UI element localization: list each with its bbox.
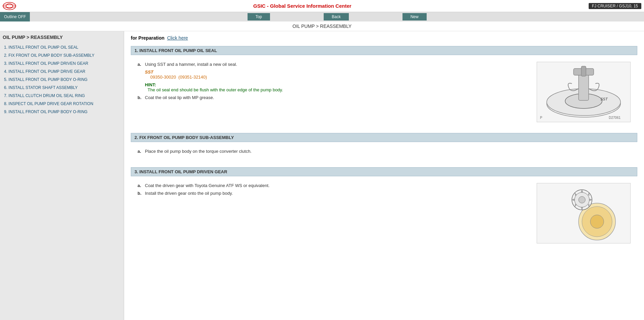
section-2-header: 2. FIX FRONT OIL PUMP BODY SUB-ASSEMBLY (131, 133, 637, 142)
new-button[interactable]: New (402, 13, 427, 20)
svg-point-17 (579, 196, 585, 203)
section-3-step-a: a. Coat the driven gear with Toyota Genu… (138, 183, 530, 188)
sidebar-item-4[interactable]: 4. INSTALL FRONT OIL PUMP DRIVE GEAR (3, 67, 121, 76)
sidebar-item-1[interactable]: 1. INSTALL FRONT OIL PUMP OIL SEAL (3, 43, 121, 51)
hint-text: The oil seal end should be flush with th… (148, 87, 530, 92)
svg-rect-8 (581, 66, 586, 76)
step-a-label: a. (138, 62, 142, 67)
step-3b-label: b. (138, 191, 142, 196)
section-1-step-b: b. Coat the oil seal lip with MP grease. (138, 95, 530, 100)
svg-text:SST: SST (600, 97, 608, 101)
step-b-label: b. (138, 95, 142, 100)
svg-text:P: P (540, 116, 542, 120)
vehicle-info: FJ CRUISER / GSJ10, 15 (589, 3, 641, 9)
step-3a-text: Coat the driven gear with Toyota Genuine… (145, 183, 530, 188)
app-title: GSIC - Global Service Information Center (16, 3, 589, 9)
svg-point-2 (3, 5, 16, 7)
preparation-label: for Preparation (131, 35, 164, 41)
section-3-steps: a. Coat the driven gear with Toyota Genu… (138, 183, 530, 198)
section-1-steps: a. Using SST and a hammer, install a new… (138, 62, 530, 103)
sidebar-item-6[interactable]: 6. INSTALL STATOR SHAFT ASSEMBLY (3, 84, 121, 92)
sidebar-item-9[interactable]: 9. INSTALL FRONT OIL PUMP BODY O-RING (3, 108, 121, 116)
hint-label: HINT: (145, 82, 530, 87)
step-b-text: Coat the oil seal lip with MP grease. (145, 95, 530, 100)
section-3-step-b: b. Install the driven gear onto the oil … (138, 191, 530, 196)
section-1-header: 1. INSTALL FRONT OIL PUMP OIL SEAL (131, 46, 637, 55)
section-1-image: SST P D27061 (537, 62, 631, 122)
preparation-link[interactable]: Click here (167, 35, 188, 41)
step-a-text: Using SST and a hammer, install a new oi… (145, 62, 530, 67)
section-1-step-a: a. Using SST and a hammer, install a new… (138, 62, 530, 67)
step-2a-label: a. (138, 149, 142, 154)
sidebar-item-3[interactable]: 3. INSTALL FRONT OIL PUMP DRIVEN GEAR (3, 59, 121, 67)
section-1-content: a. Using SST and a hammer, install a new… (131, 59, 637, 128)
section-2-step-a: a. Place the oil pump body on the torque… (138, 149, 631, 154)
svg-point-14 (590, 215, 604, 228)
content: for Preparation Click here 1. INSTALL FR… (124, 31, 644, 320)
step-3b-text: Install the driven gear onto the oil pum… (145, 191, 530, 196)
hint-block: HINT: The oil seal end should be flush w… (145, 82, 530, 92)
sst-numbers: 09350-30020 (09351-32140) (150, 75, 530, 80)
toyota-logo (3, 2, 16, 10)
top-button[interactable]: Top (248, 13, 270, 20)
section-3-content: a. Coat the driven gear with Toyota Genu… (131, 180, 637, 249)
outline-button[interactable]: Outline OFF (0, 12, 30, 21)
section-3-image (537, 183, 631, 243)
sst-block: SST 09350-30020 (09351-32140) (145, 70, 530, 80)
sidebar-item-7[interactable]: 7. INSTALL CLUTCH DRUM OIL SEAL RING (3, 92, 121, 100)
section-3-header: 3. INSTALL FRONT OIL PUMP DRIVEN GEAR (131, 167, 637, 176)
preparation: for Preparation Click here (131, 35, 637, 41)
section-3-diagram (538, 185, 629, 242)
sst-label: SST (145, 70, 530, 75)
toyota-logo-svg (3, 2, 16, 10)
step-3a-label: a. (138, 183, 142, 188)
section-1-diagram: SST P D27061 (538, 63, 629, 121)
main-layout: OIL PUMP > REASSEMBLY 1. INSTALL FRONT O… (0, 31, 644, 320)
step-2a-text: Place the oil pump body on the torque co… (145, 149, 631, 154)
svg-text:D27061: D27061 (609, 116, 621, 120)
page-title-bar: OIL PUMP > REASSEMBLY (0, 21, 644, 31)
section-3-body: a. Coat the driven gear with Toyota Genu… (138, 183, 631, 243)
toolbar: Outline OFF Top Back New (0, 12, 644, 21)
back-button[interactable]: Back (324, 13, 349, 20)
section-1-body: a. Using SST and a hammer, install a new… (138, 62, 631, 122)
sidebar-item-2[interactable]: 2. FIX FRONT OIL PUMP BODY SUB-ASSEMBLY (3, 51, 121, 59)
header: GSIC - Global Service Information Center… (0, 0, 644, 12)
sidebar-item-5[interactable]: 5. INSTALL FRONT OIL PUMP BODY O-RING (3, 76, 121, 84)
sidebar-title: OIL PUMP > REASSEMBLY (3, 35, 121, 40)
sidebar-item-8[interactable]: 8. INSPECT OIL PUMP DRIVE GEAR ROTATION (3, 100, 121, 108)
section-2-content: a. Place the oil pump body on the torque… (131, 146, 637, 162)
sidebar: OIL PUMP > REASSEMBLY 1. INSTALL FRONT O… (0, 31, 124, 320)
svg-point-1 (6, 4, 13, 8)
